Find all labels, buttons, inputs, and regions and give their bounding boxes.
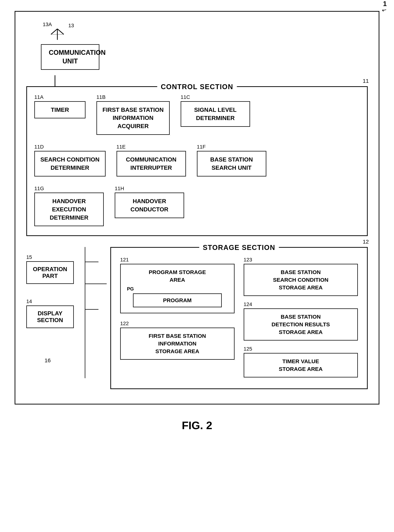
base-station-search-condition-item: 123 BASE STATION SEARCH CONDITION STORAG… [244, 257, 358, 296]
comm-interrupter-cell: 11E COMMUNICATION INTERRUPTER [117, 144, 186, 177]
program-label: PROGRAM [163, 297, 192, 303]
left-components: 15 OPERATION PART 14 DISPLAY SECTION 16 [26, 247, 99, 364]
ref-1-label: 1 ↙ [382, 0, 387, 13]
timer-label: TIMER [51, 106, 69, 113]
comm-unit-area: 13A 13 COMMUNICATION UNIT [41, 23, 368, 70]
program-storage-box: PROGRAM STORAGE AREA PG PROGRAM [120, 264, 234, 313]
ref-11h: 11H [115, 186, 124, 192]
timer-box: TIMER [34, 101, 85, 119]
comm-interrupter-box: COMMUNICATION INTERRUPTER [117, 151, 186, 177]
ref-121: 121 [120, 257, 129, 263]
vert-line-comm [55, 75, 55, 86]
comm-interrupter-label: COMMUNICATION INTERRUPTER [126, 156, 176, 172]
first-base-station-storage-box: FIRST BASE STATION INFORMATION STORAGE A… [120, 328, 234, 360]
operation-part-label: OPERATION PART [33, 266, 67, 279]
bottom-section: 15 OPERATION PART 14 DISPLAY SECTION 16 [26, 247, 368, 389]
first-base-station-label: FIRST BASE STATION INFORMATION ACQUIRER [103, 106, 164, 130]
ref-13: 13 [68, 23, 74, 28]
program-storage-label: PROGRAM STORAGE AREA [125, 268, 230, 284]
pg-label: PG [127, 286, 230, 292]
signal-level-label: SIGNAL LEVEL DETERMINER [194, 106, 237, 122]
fig-title: FIG. 2 [15, 419, 379, 432]
base-station-search-condition-label: BASE STATION SEARCH CONDITION STORAGE AR… [273, 269, 328, 291]
base-station-detection-item: 124 BASE STATION DETECTION RESULTS STORA… [244, 302, 358, 340]
first-base-station-storage-label: FIRST BASE STATION INFORMATION STORAGE A… [149, 333, 206, 354]
base-station-search-cell: 11F BASE STATION SEARCH UNIT [197, 144, 266, 177]
search-condition-cell: 11D SEARCH CONDITION DETERMINER [34, 144, 106, 177]
bottom-section-wrapper: 15 OPERATION PART 14 DISPLAY SECTION 16 [26, 247, 368, 389]
first-base-station-box: FIRST BASE STATION INFORMATION ACQUIRER [96, 101, 170, 135]
control-section-label: CONTROL SECTION [157, 83, 237, 91]
storage-section-label: STORAGE SECTION [199, 244, 279, 252]
timer-value-storage-item: 125 TIMER VALUE STORAGE AREA [244, 346, 358, 377]
ref-122: 122 [120, 321, 129, 326]
handover-execution-label: HANDOVER EXECUTION DETERMINER [50, 197, 88, 222]
display-section-item: 14 DISPLAY SECTION [26, 298, 99, 328]
ref-11c: 11C [181, 94, 190, 100]
handover-conductor-box: HANDOVER CONDUCTOR [115, 193, 184, 218]
program-box: PROGRAM [133, 293, 222, 307]
ref-1-arrow-icon: ↙ [381, 6, 388, 14]
ref-11a: 11A [34, 94, 43, 100]
outer-diagram-border: 13A 13 COMMUNICATION UNIT CONTROL SECTIO… [15, 11, 379, 404]
search-condition-label: SEARCH CONDITION DETERMINER [40, 156, 99, 172]
comm-unit-box: COMMUNICATION UNIT [41, 44, 99, 70]
ref-123: 123 [244, 257, 252, 263]
ref-12: 12 [363, 239, 369, 245]
first-base-station-cell: 11B FIRST BASE STATION INFORMATION ACQUI… [96, 94, 170, 135]
comm-unit-label: COMMUNICATION UNIT [49, 49, 106, 65]
base-station-detection-box: BASE STATION DETECTION RESULTS STORAGE A… [244, 308, 358, 340]
display-section-box: DISPLAY SECTION [26, 305, 74, 328]
antenna-icon [48, 27, 67, 42]
signal-level-box: SIGNAL LEVEL DETERMINER [181, 101, 250, 127]
ref-11g: 11G [34, 186, 44, 192]
base-station-search-box: BASE STATION SEARCH UNIT [197, 151, 266, 177]
svg-line-2 [57, 29, 64, 34]
storage-inner: 121 PROGRAM STORAGE AREA PG PROGRAM [120, 257, 358, 377]
timer-value-storage-label: TIMER VALUE STORAGE AREA [279, 358, 323, 372]
storage-section: 12 STORAGE SECTION 121 PROGRAM STORAGE A… [110, 247, 368, 389]
display-section-label: DISPLAY SECTION [37, 310, 63, 323]
search-condition-box: SEARCH CONDITION DETERMINER [34, 151, 106, 177]
program-storage-item: 121 PROGRAM STORAGE AREA PG PROGRAM [120, 257, 234, 313]
timer-cell: 11A TIMER [34, 94, 85, 119]
ref-14: 14 [26, 298, 32, 304]
ref-11d: 11D [34, 144, 44, 150]
ref-11e: 11E [117, 144, 126, 150]
ref-11b: 11B [96, 94, 106, 100]
ref-11f: 11F [197, 144, 206, 150]
ref-125: 125 [244, 346, 252, 352]
ref-13a: 13A [43, 21, 52, 27]
page-wrapper: 1 ↙ 13A 13 COMMUNICAT [15, 11, 379, 432]
ref-124: 124 [244, 302, 252, 307]
timer-value-storage-box: TIMER VALUE STORAGE AREA [244, 353, 358, 377]
handover-conductor-label: HANDOVER CONDUCTOR [130, 197, 168, 214]
ref-15: 15 [26, 254, 32, 260]
storage-right-col: 123 BASE STATION SEARCH CONDITION STORAG… [244, 257, 358, 377]
control-row-2: 11D SEARCH CONDITION DETERMINER 11E COMM… [34, 144, 360, 177]
ref-11: 11 [363, 78, 369, 84]
signal-level-cell: 11C SIGNAL LEVEL DETERMINER [181, 94, 250, 127]
storage-left-col: 121 PROGRAM STORAGE AREA PG PROGRAM [120, 257, 234, 377]
control-row-1: 11A TIMER 11B FIRST BASE STATION INFORMA… [34, 94, 360, 135]
operation-part-item: 15 OPERATION PART [26, 254, 99, 284]
control-row-3: 11G HANDOVER EXECUTION DETERMINER 11H HA… [34, 186, 360, 226]
ref-16: 16 [45, 357, 99, 364]
base-station-search-condition-box: BASE STATION SEARCH CONDITION STORAGE AR… [244, 264, 358, 296]
handover-execution-box: HANDOVER EXECUTION DETERMINER [34, 193, 104, 226]
control-section: CONTROL SECTION 11 11A TIMER 11B FIRST B… [26, 86, 368, 236]
handover-execution-cell: 11G HANDOVER EXECUTION DETERMINER [34, 186, 104, 226]
base-station-detection-label: BASE STATION DETECTION RESULTS STORAGE A… [272, 314, 330, 335]
handover-conductor-cell: 11H HANDOVER CONDUCTOR [115, 186, 184, 218]
base-station-search-label: BASE STATION SEARCH UNIT [210, 156, 253, 172]
operation-part-box: OPERATION PART [26, 261, 74, 284]
first-base-station-storage-item: 122 FIRST BASE STATION INFORMATION STORA… [120, 321, 234, 360]
svg-line-1 [51, 29, 57, 34]
